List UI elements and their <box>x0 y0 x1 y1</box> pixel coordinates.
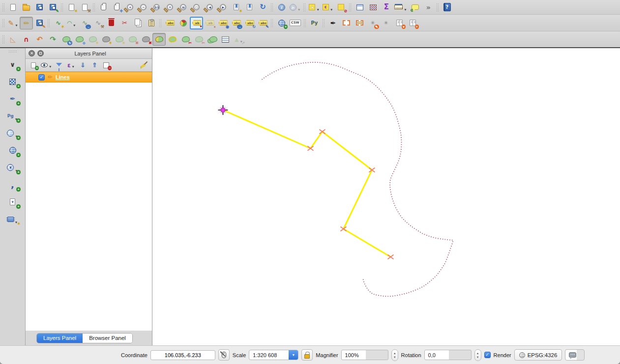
snapping-options-button[interactable]: ∩ <box>20 33 33 46</box>
rotation-field[interactable]: 0,0 <box>424 350 472 360</box>
move-label-button[interactable]: abc→ <box>230 17 243 29</box>
add-wfs-layer-button[interactable]: ∨+▼ <box>4 160 21 175</box>
add-group-button[interactable]: + <box>28 60 39 71</box>
cad-tools-button[interactable]: ◺ <box>6 33 20 46</box>
add-ring-button[interactable]: ✶ <box>86 33 99 46</box>
coordinate-input[interactable] <box>150 350 215 360</box>
add-circular-string-dropdown-icon[interactable]: ▼ <box>73 24 76 29</box>
highlight-pinned-labels-button[interactable]: ab● <box>203 17 216 29</box>
zoom-native-button[interactable]: 1:1 <box>150 1 163 14</box>
metasearch-csw-button[interactable]: CSW <box>288 17 302 29</box>
messages-button[interactable]: ··· <box>565 349 585 361</box>
split-features-button[interactable]: ✂ <box>179 33 192 46</box>
scale-combobox[interactable]: 1:320 608 ▾ <box>249 350 298 360</box>
current-edits-dropdown-icon[interactable]: ▼ <box>15 24 18 29</box>
toolbar-overflow-button[interactable]: » <box>422 1 435 14</box>
tab-layers-panel[interactable]: Layers Panel <box>37 334 83 343</box>
manage-layer-visibility-dropdown-icon[interactable]: ▼ <box>49 65 52 70</box>
delete-ring-button[interactable]: ✖ <box>126 33 139 46</box>
add-postgis-layer-button[interactable]: Pg+▼ <box>4 109 21 123</box>
deselect-all-button[interactable]: ⊘ <box>334 1 348 14</box>
rotate-label-button[interactable]: abc↻ <box>243 17 256 29</box>
magnifier-stepper[interactable]: ▲▼ <box>391 349 398 361</box>
map-canvas[interactable] <box>152 48 620 345</box>
filter-legend-expression-dropdown-icon[interactable]: ▼ <box>72 65 75 70</box>
add-wms-layer-button[interactable]: +▼ <box>4 126 21 140</box>
map-tips-button[interactable] <box>409 1 422 14</box>
select-by-expression-button[interactable]: ε▼ <box>321 1 334 14</box>
save-project-button[interactable] <box>33 1 46 14</box>
add-feature-button[interactable]: ∿✶ <box>52 17 65 29</box>
stepper-up-icon[interactable]: ▲ <box>393 352 396 355</box>
show-bookmarks-button[interactable] <box>243 1 256 14</box>
node-tool-button[interactable]: ∿⚒ <box>91 17 105 29</box>
measure-button[interactable]: ▼ <box>393 1 408 14</box>
pan-map-button[interactable] <box>97 1 110 14</box>
new-project-button[interactable] <box>6 1 20 14</box>
expand-all-button[interactable]: ⇓ <box>77 60 89 71</box>
render-checkbox[interactable]: ✓ <box>484 352 491 358</box>
open-attribute-table-button[interactable] <box>353 1 366 14</box>
merge-features-button[interactable] <box>206 33 219 46</box>
zoom-full-button[interactable]: ✛ <box>163 1 177 14</box>
inasafe-dock-toggle-button[interactable]: ▾ <box>393 17 406 29</box>
python-console-button[interactable]: Py <box>308 17 321 29</box>
split-parts-button[interactable]: ✂ <box>192 33 206 46</box>
add-wms-layer-dropdown-icon[interactable]: ▼ <box>15 135 18 140</box>
zoom-to-layer-button[interactable]: ▤ <box>177 1 190 14</box>
cut-features-button[interactable]: ✂ <box>118 17 131 29</box>
delete-part-button[interactable]: ✖ <box>139 33 152 46</box>
reshape-features-button[interactable] <box>152 33 166 46</box>
filter-legend-button[interactable] <box>53 60 65 71</box>
close-panel-button[interactable]: ✕ <box>29 50 35 56</box>
zoom-to-selection-button[interactable]: ▢ <box>190 1 203 14</box>
manage-layer-visibility-button[interactable]: ▼ <box>39 60 53 71</box>
rotation-stepper[interactable]: ▲▼ <box>474 349 481 361</box>
add-spatialite-layer-button[interactable]: ✒+ <box>4 91 21 106</box>
rotate-point-symbols-button[interactable]: ▲↗▼ <box>232 33 245 46</box>
stepper-down-icon[interactable]: ▼ <box>393 356 396 359</box>
pan-to-selection-button[interactable]: ✛ <box>110 1 123 14</box>
diagram-options-button[interactable] <box>177 17 190 29</box>
add-wfs-layer-dropdown-icon[interactable]: ▼ <box>15 169 18 174</box>
inasafe-extent-selector-button[interactable] <box>340 17 353 29</box>
zoom-last-button[interactable]: ◀ <box>203 1 216 14</box>
collapse-all-button[interactable]: ⇑ <box>89 60 100 71</box>
save-project-as-button[interactable]: ✎ <box>46 1 59 14</box>
select-by-expression-dropdown-icon[interactable]: ▼ <box>330 8 333 13</box>
undo-button[interactable]: ↶ <box>33 33 46 46</box>
filter-legend-expression-button[interactable]: ε▼ <box>65 60 77 71</box>
identify-features-button[interactable]: i <box>275 1 288 14</box>
stepper-up-icon[interactable]: ▲ <box>476 352 479 355</box>
new-print-composer-button[interactable]: ✶ <box>65 1 78 14</box>
add-postgis-layer-dropdown-icon[interactable]: ▼ <box>15 117 18 123</box>
copy-features-button[interactable] <box>131 17 145 29</box>
new-shapefile-layer-button[interactable]: ∨+ <box>4 195 21 209</box>
new-bookmark-button[interactable]: ✶ <box>230 1 243 14</box>
zoom-next-button[interactable]: ▶ <box>216 1 230 14</box>
add-virtual-layer-dropdown-icon[interactable]: ▼ <box>15 221 18 226</box>
remove-layer-button[interactable]: − <box>100 60 112 71</box>
move-feature-button[interactable]: ∿→ <box>78 17 91 29</box>
magnifier-field[interactable]: 100% <box>341 350 388 360</box>
paste-features-button[interactable] <box>145 17 158 29</box>
save-layer-edits-button[interactable]: ✎ <box>33 17 46 29</box>
add-circular-string-button[interactable]: ◠▼ <box>65 17 78 29</box>
statistical-summary-button[interactable]: Σ <box>380 1 393 14</box>
add-virtual-layer-button[interactable]: ✶▼ <box>4 212 21 226</box>
layer-item-lines[interactable]: ✓ ✏ Lines <box>26 72 152 83</box>
tab-browser-panel[interactable]: Browser Panel <box>83 334 132 343</box>
add-raster-layer-button[interactable]: + <box>4 74 21 89</box>
labeling-button[interactable]: abc <box>163 17 177 29</box>
add-wcs-layer-button[interactable]: + <box>4 143 21 158</box>
change-label-button[interactable]: abc✎ <box>256 17 269 29</box>
select-features-dropdown-icon[interactable]: ▼ <box>316 8 319 13</box>
zoom-out-button[interactable]: − <box>137 1 150 14</box>
toggle-editing-button[interactable]: ✏ <box>20 17 33 29</box>
inasafe-keywords-button[interactable]: + <box>406 17 419 29</box>
inasafe-minimum-needs-button[interactable] <box>353 17 366 29</box>
rotate-point-symbols-dropdown-icon[interactable]: ▼ <box>240 40 243 45</box>
redo-button[interactable]: ↷ <box>46 33 59 46</box>
inasafe-wizard-button[interactable]: ✴ <box>380 17 393 29</box>
measure-dropdown-icon[interactable]: ▼ <box>404 8 407 13</box>
